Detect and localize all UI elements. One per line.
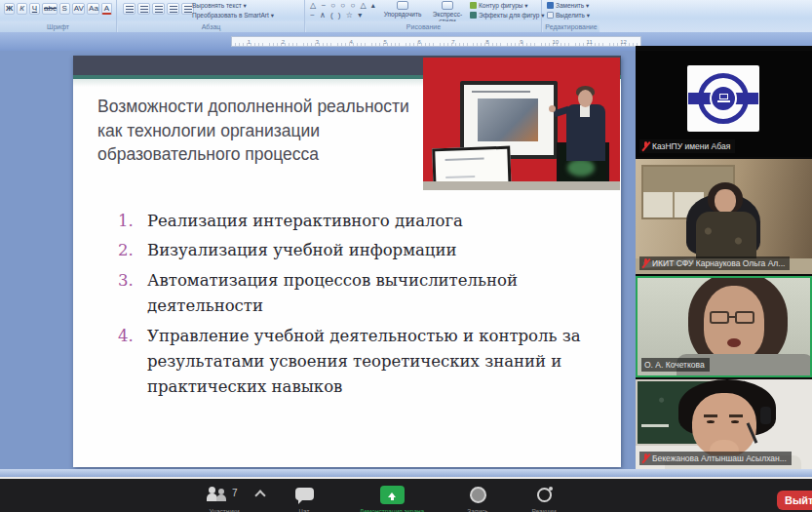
participants-button-label[interactable]: Участники (209, 508, 239, 512)
list-item-text: Управление учебной деятельностью и контр… (147, 324, 591, 401)
slide-title[interactable]: Возможности дополненной реальности как т… (97, 95, 419, 167)
participant-name-label: ИКИТ СФУ Карнаукова Ольга Ал... (639, 256, 790, 270)
muted-mic-icon (642, 141, 649, 151)
participants-count: 7 (232, 488, 238, 498)
ribbon-group-font: Ж К Ч abc S AV Аа А Шрифт (0, 0, 117, 32)
font-color-button[interactable]: А (101, 3, 112, 15)
list-item: 1. Реализация интерактивного диалога (118, 209, 605, 234)
slide-editing-area: Возможности дополненной реальности как т… (0, 51, 636, 469)
muted-mic-icon (642, 453, 649, 463)
align-text-button[interactable]: Выровнять текст ▾ (192, 1, 247, 10)
list-item-number: 4. (118, 324, 147, 401)
leave-meeting-button[interactable]: Выйти (777, 491, 812, 510)
align-left-button[interactable] (123, 3, 135, 15)
video-tile-bekezhanova[interactable]: Бекежанова Алтыншаш Асылхан... (636, 379, 812, 469)
share-screen-icon[interactable] (380, 486, 405, 504)
chat-icon[interactable] (295, 488, 314, 500)
arrange-icon (397, 1, 408, 10)
glasses-bridge (729, 316, 735, 318)
underline-button[interactable]: Ч (29, 3, 40, 15)
participant-body (696, 212, 756, 260)
muted-mic-icon (642, 258, 649, 268)
list-item-text: Визуализация учебной информации (147, 238, 591, 263)
share-screen-button-label[interactable]: Демонстрация экрана (360, 508, 424, 512)
change-case-button[interactable]: Аа (87, 3, 99, 15)
video-tile-kaznpu[interactable]: КазНПУ имени Абая (636, 51, 812, 157)
screen: Ж К Ч abc S AV Аа А Шрифт Выровнять текс… (0, 0, 812, 512)
shapes-gallery[interactable]: △ ~ ○ ○ ○ △ ▴ ~ ∧ ( ) ☆ ▾ (310, 1, 382, 20)
window-bottom-strip (0, 469, 812, 477)
logo-center-disc (710, 85, 737, 112)
chat-button-label[interactable]: Чат (299, 508, 310, 512)
list-item-text: Автоматизация процессов вычислительной д… (147, 268, 591, 320)
slide-canvas[interactable]: Возможности дополненной реальности как т… (73, 56, 621, 467)
participant-name-label: КазНПУ имени Абая (639, 139, 735, 153)
presenter-desk (423, 181, 620, 190)
font-group-label[interactable]: Шрифт (0, 21, 116, 32)
list-item-number: 2. (118, 238, 147, 263)
align-right-button[interactable] (152, 3, 165, 15)
participant-name-label: Бекежанова Алтыншаш Асылхан... (639, 452, 792, 465)
laptop-icon (719, 94, 728, 99)
smartboard-caption-line (472, 91, 530, 93)
arrange-button[interactable]: Упорядочить (380, 1, 425, 18)
replace-button[interactable]: Заменить ▾ (547, 1, 590, 11)
monitor-green-glow (567, 159, 595, 177)
participant-name-label: О. А. Кочеткова (641, 358, 710, 372)
glasses-icon (735, 311, 754, 324)
text-shadow-button[interactable]: S (59, 3, 70, 15)
select-icon (547, 12, 554, 19)
strikethrough-button[interactable]: abc (42, 3, 58, 15)
smartboard-image (478, 98, 538, 141)
list-item: 4. Управление учебной деятельностью и ко… (118, 324, 605, 401)
ribbon-group-paragraph: Выровнять текст ▾ Преобразовать в SmartA… (118, 0, 305, 32)
participants-chevron-icon[interactable] (254, 490, 265, 500)
presenter-photo[interactable] (423, 58, 620, 190)
shape-outline-icon (470, 2, 477, 9)
laptop-icon-base (717, 100, 730, 102)
justify-button[interactable] (167, 3, 179, 15)
align-center-button[interactable] (137, 3, 150, 15)
participant-eyebrow (704, 414, 717, 417)
list-item: 3. Автоматизация процессов вычислительно… (118, 268, 605, 320)
record-button-label[interactable]: Запись (467, 508, 487, 512)
character-spacing-button[interactable]: AV (72, 3, 85, 15)
list-item-text: Реализация интерактивного диалога (147, 209, 591, 234)
video-tile-kochetkova-active-speaker[interactable]: О. А. Кочеткова (636, 276, 812, 377)
zoom-participants-sidebar: КазНПУ имени Абая ИКИТ СФУ Карнаукова Ол… (636, 46, 812, 469)
slide-numbered-list[interactable]: 1. Реализация интерактивного диалога 2. … (118, 209, 605, 405)
shape-effects-button[interactable]: Эффекты для фигур ▾ (470, 11, 544, 20)
shape-outline-button[interactable]: Контур фигуры ▾ (470, 1, 544, 11)
university-logo (687, 65, 759, 132)
list-item-number: 1. (118, 209, 147, 234)
participant-eye (731, 420, 739, 423)
shape-effects-icon (470, 12, 477, 19)
monitor-text-line (445, 158, 484, 161)
select-button[interactable]: Выделить ▾ (547, 11, 590, 20)
italic-button[interactable]: К (17, 3, 27, 15)
participant-eye (707, 420, 715, 423)
zoom-toolbar: 7 Участники Чат Демонстрация экрана Запи… (0, 477, 812, 512)
participant-mouth (727, 338, 741, 347)
horizontal-ruler[interactable]: 12 34 56 78 910 1112 (231, 36, 641, 47)
ribbon-group-editing: Заменить ▾ Выделить ▾ Редактирование (543, 0, 599, 32)
editing-group-label[interactable]: Редактирование (543, 21, 599, 32)
participant-face (715, 189, 736, 213)
video-tile-karnaukova[interactable]: ИКИТ СФУ Карнаукова Ольга Ал... (636, 159, 812, 274)
ribbon-group-drawing: △ ~ ○ ○ ○ △ ▴ ~ ∧ ( ) ☆ ▾ Упорядочить Эк… (306, 0, 542, 32)
participants-icon[interactable] (207, 487, 232, 502)
bold-button[interactable]: Ж (4, 3, 15, 15)
glasses-icon (710, 311, 729, 324)
presenter-face (578, 90, 593, 107)
drawing-group-label[interactable]: Рисование (306, 21, 541, 32)
record-icon[interactable] (470, 487, 486, 503)
paragraph-group-label[interactable]: Абзац (118, 21, 304, 32)
reactions-button-label[interactable]: Реакции (531, 508, 556, 512)
quick-styles-icon (442, 1, 453, 10)
list-item-number: 3. (118, 268, 147, 320)
convert-smartart-button[interactable]: Преобразовать в SmartArt ▾ (192, 11, 274, 20)
participant-eyebrow (729, 414, 743, 417)
replace-icon (547, 2, 554, 9)
list-item: 2. Визуализация учебной информации (118, 238, 605, 263)
reactions-icon[interactable] (537, 488, 552, 502)
